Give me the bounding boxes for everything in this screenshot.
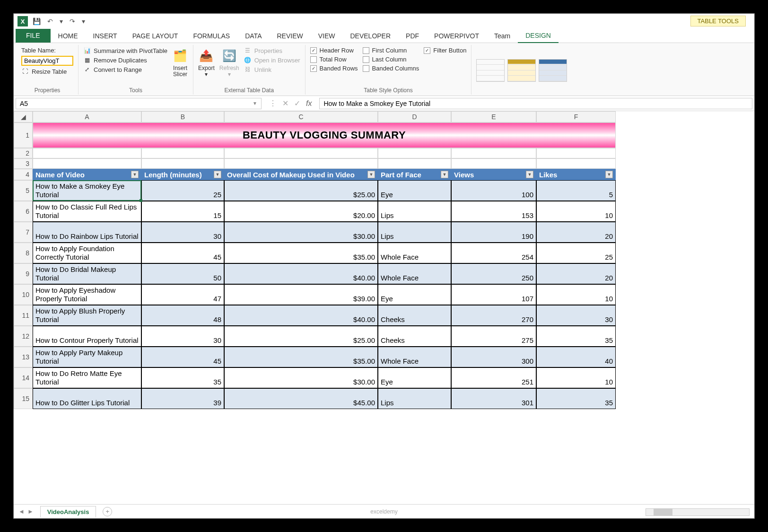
row-header[interactable]: 10 xyxy=(14,284,33,305)
tab-powerpivot[interactable]: POWERPIVOT xyxy=(427,29,487,43)
cell-views[interactable]: 100 xyxy=(451,180,536,201)
cell-name[interactable]: How to Do Glitter Lips Tutorial xyxy=(33,388,141,409)
undo-icon[interactable]: ↶ xyxy=(47,17,53,25)
empty-cell[interactable] xyxy=(378,158,451,169)
tab-developer[interactable]: DEVELOPER xyxy=(342,29,398,43)
empty-cell[interactable] xyxy=(33,148,141,158)
accept-icon[interactable]: ✓ xyxy=(294,99,300,108)
redo-icon[interactable]: ↷ xyxy=(70,17,75,25)
table-style-preview[interactable] xyxy=(507,59,536,82)
empty-cell[interactable] xyxy=(141,158,224,169)
cell-length[interactable]: 15 xyxy=(141,201,224,222)
fx-icon[interactable]: fx xyxy=(306,99,312,108)
cell-length[interactable]: 25 xyxy=(141,180,224,201)
refresh-button[interactable]: 🔄Refresh▾ xyxy=(219,47,239,78)
cell-cost[interactable]: $25.00 xyxy=(224,180,378,201)
cell-length[interactable]: 50 xyxy=(141,263,224,284)
table-style-preview[interactable] xyxy=(476,59,505,82)
cell-face-part[interactable]: Eye xyxy=(378,284,451,305)
banded-cols-check[interactable]: Banded Columns xyxy=(363,65,419,72)
cell-face-part[interactable]: Cheeks xyxy=(378,305,451,326)
empty-cell[interactable] xyxy=(224,148,378,158)
row-header[interactable]: 9 xyxy=(14,263,33,284)
cell-views[interactable]: 254 xyxy=(451,243,536,263)
cell-name[interactable]: How to Apply Foundation Correctly Tutori… xyxy=(33,243,141,263)
cell-views[interactable]: 251 xyxy=(451,367,536,388)
cell-views[interactable]: 153 xyxy=(451,201,536,222)
cell-face-part[interactable]: Lips xyxy=(378,388,451,409)
cell-length[interactable]: 45 xyxy=(141,243,224,263)
empty-cell[interactable] xyxy=(224,158,378,169)
tab-pdf[interactable]: PDF xyxy=(398,29,427,43)
empty-cell[interactable] xyxy=(536,158,616,169)
cell-likes[interactable]: 25 xyxy=(536,243,616,263)
cell-face-part[interactable]: Whole Face xyxy=(378,347,451,367)
cell-cost[interactable]: $35.00 xyxy=(224,347,378,367)
cell-likes[interactable]: 20 xyxy=(536,222,616,243)
cell-cost[interactable]: $39.00 xyxy=(224,284,378,305)
empty-cell[interactable] xyxy=(451,148,536,158)
column-header[interactable]: C xyxy=(224,111,378,122)
filter-button-check[interactable]: Filter Button xyxy=(424,47,466,54)
tab-nav-next-icon[interactable]: ► xyxy=(27,508,34,515)
table-style-preview[interactable] xyxy=(539,59,567,82)
cell-length[interactable]: 48 xyxy=(141,305,224,326)
cell-name[interactable]: How to Apply Party Makeup Tutorial xyxy=(33,347,141,367)
cell-length[interactable]: 47 xyxy=(141,284,224,305)
column-header[interactable]: A xyxy=(33,111,141,122)
cell-name[interactable]: How to Do Rainbow Lips Tutorial xyxy=(33,222,141,243)
resize-table-button[interactable]: ⛶Resize Table xyxy=(21,68,73,75)
tab-file[interactable]: FILE xyxy=(16,28,51,43)
cell-cost[interactable]: $25.00 xyxy=(224,326,378,347)
filter-dropdown-icon[interactable]: ▼ xyxy=(441,171,448,178)
tab-home[interactable]: HOME xyxy=(51,29,86,43)
row-header[interactable]: 6 xyxy=(14,201,33,222)
last-col-check[interactable]: Last Column xyxy=(363,56,419,63)
summarize-pivot-button[interactable]: 📊Summarize with PivotTable xyxy=(83,47,167,54)
cell-views[interactable]: 270 xyxy=(451,305,536,326)
convert-range-button[interactable]: ⤢Convert to Range xyxy=(83,66,167,73)
cell-likes[interactable]: 10 xyxy=(536,201,616,222)
cell-name[interactable]: How to Do Classic Full Red Lips Tutorial xyxy=(33,201,141,222)
cell-likes[interactable]: 20 xyxy=(536,263,616,284)
row-header[interactable]: 11 xyxy=(14,305,33,326)
column-header[interactable]: E xyxy=(451,111,536,122)
add-sheet-button[interactable]: + xyxy=(103,507,112,516)
cell-name[interactable]: How to Do Retro Matte Eye Tutorial xyxy=(33,367,141,388)
cell-likes[interactable]: 10 xyxy=(536,284,616,305)
save-icon[interactable]: 💾 xyxy=(33,17,41,25)
row-header[interactable]: 8 xyxy=(14,243,33,263)
cell-name[interactable]: How to Apply Eyeshadow Properly Tutorial xyxy=(33,284,141,305)
tab-view[interactable]: VIEW xyxy=(311,29,343,43)
cell-views[interactable]: 250 xyxy=(451,263,536,284)
row-header[interactable]: 5 xyxy=(14,180,33,201)
table-column-header[interactable]: Overall Cost of Makeup Used in Video▼ xyxy=(224,169,378,180)
undo-more-icon[interactable]: ▾ xyxy=(60,17,63,25)
cell-cost[interactable]: $30.00 xyxy=(224,222,378,243)
row-header[interactable]: 14 xyxy=(14,367,33,388)
cell-face-part[interactable]: Eye xyxy=(378,180,451,201)
cell-cost[interactable]: $45.00 xyxy=(224,388,378,409)
filter-dropdown-icon[interactable]: ▼ xyxy=(214,171,221,178)
table-column-header[interactable]: Length (minutes)▼ xyxy=(141,169,224,180)
cell-cost[interactable]: $20.00 xyxy=(224,201,378,222)
row-header[interactable]: 1 xyxy=(14,122,33,148)
cell-face-part[interactable]: Whole Face xyxy=(378,243,451,263)
sheet-tab-active[interactable]: VideoAnalysis xyxy=(40,506,96,517)
cell-likes[interactable]: 10 xyxy=(536,367,616,388)
cell-name[interactable]: How to Make a Smokey Eye Tutorial xyxy=(33,180,141,201)
empty-cell[interactable] xyxy=(141,148,224,158)
worksheet-area[interactable]: ◢ABCDEF1BEAUTY VLOGGING SUMMARY234Name o… xyxy=(14,111,754,504)
cell-cost[interactable]: $35.00 xyxy=(224,243,378,263)
name-box[interactable]: A5▼ xyxy=(16,98,262,109)
cell-likes[interactable]: 35 xyxy=(536,326,616,347)
tab-team[interactable]: Team xyxy=(487,29,518,43)
cell-views[interactable]: 190 xyxy=(451,222,536,243)
filter-dropdown-icon[interactable]: ▼ xyxy=(526,171,533,178)
qat-customize-icon[interactable]: ▾ xyxy=(82,17,85,25)
cell-length[interactable]: 35 xyxy=(141,367,224,388)
column-header[interactable]: D xyxy=(378,111,451,122)
tab-formulas[interactable]: FORMULAS xyxy=(185,29,237,43)
cell-likes[interactable]: 40 xyxy=(536,347,616,367)
cell-views[interactable]: 107 xyxy=(451,284,536,305)
